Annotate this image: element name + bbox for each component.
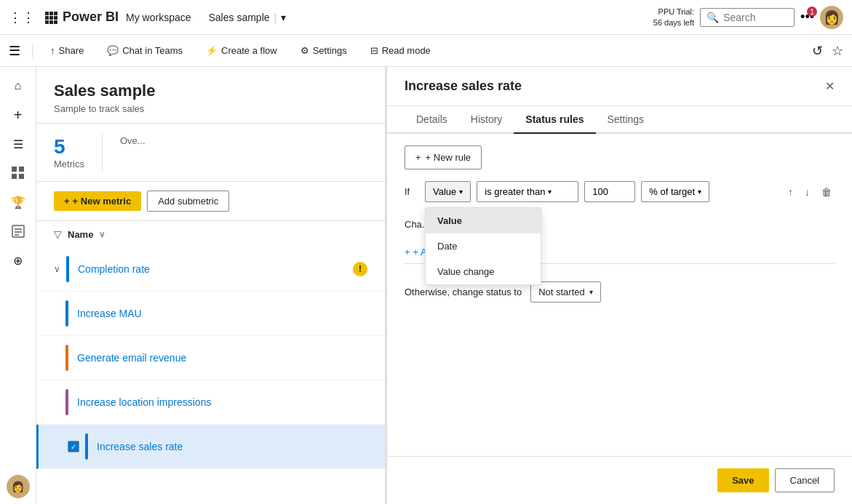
sidebar-user-avatar[interactable]: 👩 xyxy=(7,475,30,498)
save-button[interactable]: Save xyxy=(717,468,768,492)
refresh-icon[interactable]: ↺ xyxy=(812,43,823,59)
otherwise-status-select[interactable]: Not started ▾ xyxy=(530,281,601,303)
search-input[interactable] xyxy=(723,12,788,23)
condition-label: is greater than xyxy=(485,186,545,197)
sidebar-item-apps[interactable] xyxy=(5,160,31,186)
metric-row-increase-mau[interactable]: Increase MAU xyxy=(36,292,385,336)
dropdown-arrow-icon[interactable]: ▾ xyxy=(281,12,286,23)
condition-value-input[interactable] xyxy=(584,181,635,202)
target-select[interactable]: % of target ▾ xyxy=(641,181,709,202)
sidebar-item-browse[interactable]: ☰ xyxy=(5,131,31,157)
value-dropdown-menu: Value Date Value change xyxy=(425,207,541,285)
chevron-down-icon: ▾ xyxy=(459,188,463,196)
toolbar-sep-1 xyxy=(32,44,33,58)
drawer-title: Increase sales rate xyxy=(405,79,825,94)
color-bar-email xyxy=(65,345,68,371)
metric-name-email-revenue[interactable]: Generate email revenue xyxy=(77,352,186,364)
filter-bar: ▽ Name ∨ xyxy=(36,221,385,247)
move-up-icon[interactable]: ↑ xyxy=(785,183,796,201)
close-button[interactable]: ✕ xyxy=(825,79,835,93)
read-mode-button[interactable]: ⊟ Read mode xyxy=(365,42,437,59)
scorecard-header: Sales sample Sample to track sales xyxy=(36,67,385,124)
workspace-name[interactable]: My workspace xyxy=(126,12,191,23)
otherwise-status-value: Not started xyxy=(538,287,585,297)
chevron-down-icon: ▾ xyxy=(589,288,593,296)
svg-rect-7 xyxy=(49,20,53,24)
svg-rect-6 xyxy=(45,20,49,24)
metric-name-completion-rate[interactable]: Completion rate xyxy=(78,263,150,275)
check-icon: ✓ xyxy=(71,443,76,451)
move-down-icon[interactable]: ↓ xyxy=(802,183,813,201)
filter-icon[interactable]: ▽ xyxy=(54,228,62,240)
tab-status-rules[interactable]: Status rules xyxy=(514,106,595,134)
right-panel: Increase sales rate ✕ Details History St… xyxy=(386,67,852,504)
new-rule-button[interactable]: + + New rule xyxy=(405,145,482,169)
sidebar-item-datamart[interactable]: ⊕ xyxy=(5,247,31,273)
metric-row-email-revenue[interactable]: Generate email revenue xyxy=(36,336,385,380)
dropdown-option-date[interactable]: Date xyxy=(426,233,541,259)
read-mode-icon: ⊟ xyxy=(370,45,378,56)
if-label: If xyxy=(405,186,419,197)
metrics-count: 5 xyxy=(54,135,65,159)
sort-icon[interactable]: ∨ xyxy=(99,229,105,239)
hamburger-icon[interactable]: ☰ xyxy=(9,43,20,59)
color-bar-completion xyxy=(66,256,69,282)
settings-icon: ⚙ xyxy=(300,45,309,56)
search-icon: 🔍 xyxy=(706,12,719,23)
tab-details[interactable]: Details xyxy=(405,106,459,134)
metric-row-completion-rate[interactable]: ∨ Completion rate ! xyxy=(36,247,385,292)
search-box[interactable]: 🔍 xyxy=(700,8,795,27)
notification-badge-completion: ! xyxy=(353,262,367,276)
svg-rect-10 xyxy=(19,167,24,172)
new-metric-button[interactable]: + + New metric xyxy=(54,191,141,211)
flow-icon: ⚡ xyxy=(206,45,218,56)
dropdown-option-value-change[interactable]: Value change xyxy=(426,259,541,284)
value-select[interactable]: Value ▾ xyxy=(425,181,471,202)
sidebar-item-create[interactable]: + xyxy=(5,102,31,128)
tab-settings[interactable]: Settings xyxy=(596,106,656,134)
metric-row-sales-rate[interactable]: ✓ Increase sales rate xyxy=(36,425,385,469)
user-avatar[interactable]: 👩 xyxy=(820,6,843,29)
delete-icon[interactable]: 🗑 xyxy=(819,183,835,201)
condition-select[interactable]: is greater than ▾ xyxy=(477,181,578,202)
waffle-icon[interactable]: ⋮⋮ xyxy=(9,9,35,25)
ppu-trial: PPU Trial: 56 days left xyxy=(653,7,694,28)
drawer-content: + + New rule If Value ▾ Value Date xyxy=(387,134,852,456)
report-title-bar: Sales sample | ▾ xyxy=(209,12,287,23)
drawer-header: Increase sales rate ✕ xyxy=(387,67,852,106)
create-flow-button[interactable]: ⚡ Create a flow xyxy=(200,42,283,59)
cancel-button[interactable]: Cancel xyxy=(775,468,835,492)
sidebar-item-home[interactable]: ⌂ xyxy=(5,73,31,99)
chat-in-teams-button[interactable]: 💬 Chat in Teams xyxy=(101,42,188,59)
plus-icon: + xyxy=(405,247,410,257)
nav-left: ⋮⋮ Power BI My workspace Sales sample | … xyxy=(9,9,648,25)
svg-rect-4 xyxy=(49,16,53,20)
share-button[interactable]: ↑ Share xyxy=(44,42,89,59)
value-label: Value xyxy=(433,186,456,197)
add-submetric-button[interactable]: Add submetric xyxy=(147,191,229,212)
sidebar-item-metrics[interactable]: 🏆 xyxy=(5,189,31,215)
metric-checkbox-sales[interactable]: ✓ xyxy=(68,441,79,452)
brand-name: Power BI xyxy=(63,9,119,25)
waffle-grid-icon[interactable] xyxy=(44,10,58,25)
sidebar-item-reports[interactable] xyxy=(5,218,31,244)
svg-rect-12 xyxy=(19,174,24,179)
metric-name-sales-rate[interactable]: Increase sales rate xyxy=(97,441,183,452)
favorite-icon[interactable]: ☆ xyxy=(832,43,843,59)
plus-icon: + xyxy=(415,152,421,163)
notification-bell[interactable]: ••• 1 xyxy=(800,9,814,25)
plus-icon: + xyxy=(64,196,70,207)
metric-name-mau[interactable]: Increase MAU xyxy=(77,308,142,319)
settings-button[interactable]: ⚙ Settings xyxy=(295,42,353,59)
notification-count: 1 xyxy=(807,7,817,17)
tab-history[interactable]: History xyxy=(459,106,514,134)
teams-icon: 💬 xyxy=(107,45,119,56)
scorecard-subtitle: Sample to track sales xyxy=(54,103,367,114)
metric-name-location-impressions[interactable]: Increase location impressions xyxy=(77,396,211,408)
expand-icon[interactable]: ∨ xyxy=(54,264,60,274)
dropdown-option-value[interactable]: Value xyxy=(426,208,541,233)
drawer-footer: Save Cancel xyxy=(387,456,852,504)
main-layout: ⌂ + ☰ 🏆 ⊕ 👩 Sales sample Sample to track… xyxy=(0,67,852,504)
metric-row-location-impressions[interactable]: Increase location impressions xyxy=(36,380,385,425)
report-divider: | xyxy=(274,12,277,23)
